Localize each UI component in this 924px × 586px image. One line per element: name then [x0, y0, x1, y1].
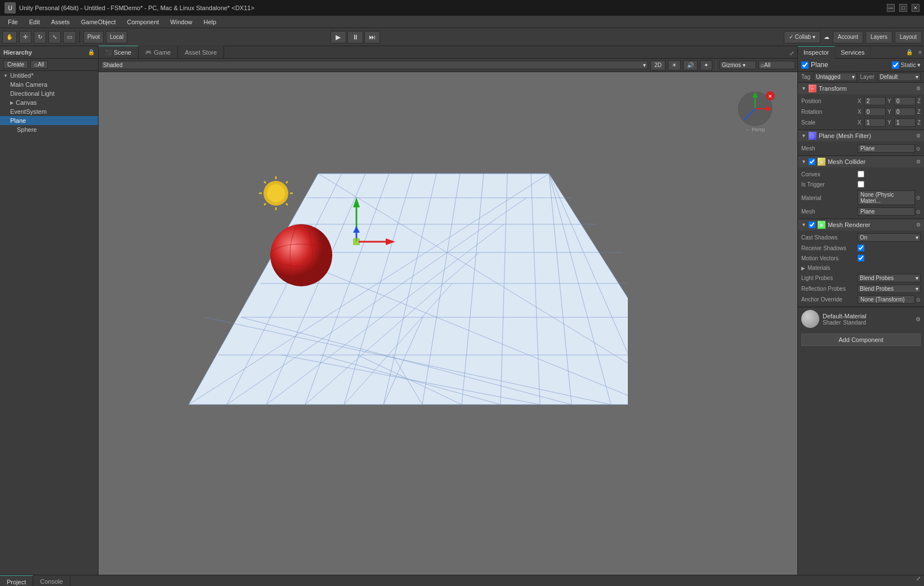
- hier-item-sphere[interactable]: Sphere: [0, 125, 98, 134]
- scale-y[interactable]: [894, 118, 916, 127]
- anchor-override-value[interactable]: None (Transform): [858, 295, 915, 304]
- position-x[interactable]: [864, 97, 886, 105]
- rotation-x[interactable]: [864, 108, 886, 116]
- menu-help[interactable]: Help: [198, 17, 222, 26]
- hier-item-untitled[interactable]: ▼ Untitled*: [0, 71, 98, 80]
- static-checkbox[interactable]: [892, 61, 899, 69]
- shading-dropdown[interactable]: Shaded▾: [101, 61, 648, 69]
- mesh-renderer-header[interactable]: ▼ ▣ Mesh Renderer ⚙: [798, 219, 924, 230]
- hierarchy-create-button[interactable]: Create: [3, 60, 28, 69]
- add-component-button[interactable]: Add Component: [801, 334, 921, 346]
- tab-project[interactable]: Project: [0, 575, 33, 586]
- menu-file[interactable]: File: [2, 17, 24, 26]
- collab-button[interactable]: ✓ Collab ▾: [784, 31, 820, 43]
- material-settings-icon[interactable]: ⚙: [916, 316, 921, 322]
- position-y[interactable]: [894, 97, 916, 105]
- maximize-button[interactable]: □: [899, 4, 907, 12]
- hier-item-eventsystem[interactable]: EventSystem: [0, 107, 98, 116]
- material-target-icon[interactable]: ⊙: [916, 195, 921, 201]
- rotate-tool-button[interactable]: ↻: [34, 31, 46, 43]
- materials-arrow[interactable]: ▶: [801, 265, 805, 271]
- layers-dropdown[interactable]: Layers: [865, 31, 892, 43]
- tag-dropdown[interactable]: Untagged▾: [814, 73, 856, 81]
- mesh-target-icon[interactable]: ⊙: [916, 146, 921, 152]
- tab-scene[interactable]: ⬛ Scene: [99, 46, 139, 58]
- 2d-toggle[interactable]: 2D: [650, 60, 666, 70]
- transform-settings-icon[interactable]: ⚙: [916, 86, 921, 91]
- is-trigger-label: Is Trigger: [801, 181, 858, 188]
- play-button[interactable]: ▶: [331, 31, 346, 43]
- inspector-menu-icon[interactable]: ≡: [916, 49, 924, 55]
- light-probes-dropdown[interactable]: Blend Probes▾: [858, 274, 921, 282]
- hier-item-directional-light[interactable]: Directional Light: [0, 89, 98, 98]
- collider-mesh-label: Mesh: [801, 208, 858, 215]
- tab-services[interactable]: Services: [835, 46, 871, 59]
- mesh-collider-enabled[interactable]: [809, 158, 815, 165]
- menu-edit[interactable]: Edit: [24, 17, 46, 26]
- account-dropdown[interactable]: Account: [833, 31, 863, 43]
- cast-shadows-row: Cast Shadows On▾: [798, 232, 924, 243]
- hier-item-plane[interactable]: Plane: [0, 116, 98, 125]
- all-dropdown[interactable]: ⌂All: [758, 61, 795, 69]
- audio-toggle[interactable]: 🔊: [683, 60, 698, 70]
- motion-vectors-checkbox[interactable]: [858, 255, 864, 261]
- static-dropdown-icon[interactable]: ▾: [917, 61, 921, 69]
- sun-gizmo: [259, 176, 293, 210]
- tab-game[interactable]: 🎮 Game: [139, 46, 178, 58]
- layer-dropdown[interactable]: Default▾: [878, 73, 921, 81]
- convex-checkbox[interactable]: [858, 171, 864, 177]
- fx-toggle[interactable]: ✦: [700, 60, 712, 70]
- mesh-filter-settings-icon[interactable]: ⚙: [916, 133, 921, 139]
- collider-mesh-value[interactable]: Plane: [858, 207, 915, 216]
- reflection-probes-dropdown[interactable]: Blend Probes▾: [858, 285, 921, 293]
- tab-asset-store[interactable]: Asset Store: [178, 46, 224, 58]
- gizmos-dropdown[interactable]: Gizmos ▾: [720, 61, 756, 69]
- step-button[interactable]: ⏭: [364, 31, 380, 43]
- move-tool-button[interactable]: ✛: [19, 31, 32, 43]
- menu-assets[interactable]: Assets: [46, 17, 75, 26]
- material-value[interactable]: None (Physic Materi...: [858, 190, 915, 205]
- mesh-filter-header[interactable]: ▼ ⬡ Plane (Mesh Filter) ⚙: [798, 130, 924, 141]
- inspector-lock-icon[interactable]: 🔒: [903, 49, 916, 55]
- scale-row: Scale X Y Z: [798, 117, 924, 128]
- rect-tool-button[interactable]: ▭: [63, 31, 76, 43]
- rotation-y[interactable]: [894, 108, 916, 116]
- hier-item-canvas[interactable]: ▶ Canvas: [0, 98, 98, 107]
- pause-button[interactable]: ⏸: [347, 31, 363, 43]
- menu-gameobject[interactable]: GameObject: [75, 17, 122, 26]
- minimize-button[interactable]: —: [887, 4, 895, 12]
- scene-view[interactable]: ✕ ← Persp: [99, 72, 797, 575]
- menu-window[interactable]: Window: [164, 17, 198, 26]
- hier-item-main-camera[interactable]: Main Camera: [0, 80, 98, 89]
- menu-component[interactable]: Component: [121, 17, 164, 26]
- transform-header[interactable]: ▼ ↔ Transform ⚙: [798, 83, 924, 94]
- close-button[interactable]: ✕: [912, 4, 919, 12]
- collider-mesh-target-icon[interactable]: ⊙: [916, 209, 921, 215]
- hand-tool-button[interactable]: ✋: [2, 31, 17, 43]
- mesh-collider-settings-icon[interactable]: ⚙: [916, 159, 921, 165]
- cast-shadows-dropdown[interactable]: On▾: [858, 233, 921, 242]
- tab-inspector[interactable]: Inspector: [798, 46, 835, 59]
- anchor-target-icon[interactable]: ⊙: [916, 297, 921, 303]
- mesh-renderer-body: Cast Shadows On▾ Receive Shadows Motion …: [798, 230, 924, 307]
- svg-point-40: [267, 184, 285, 202]
- is-trigger-checkbox[interactable]: [858, 181, 864, 188]
- mesh-collider-header[interactable]: ▼ ◈ Mesh Collider ⚙: [798, 156, 924, 167]
- mesh-renderer-enabled[interactable]: [809, 221, 815, 228]
- material-preview: Default-Material Shader Standard ⚙: [798, 307, 924, 330]
- pivot-button[interactable]: Pivot: [83, 31, 104, 43]
- lighting-toggle[interactable]: ☀: [668, 60, 681, 70]
- scale-tool-button[interactable]: ⤡: [48, 31, 61, 43]
- hierarchy-all-button[interactable]: ⌂All: [30, 60, 48, 69]
- mesh-value[interactable]: Plane: [858, 144, 915, 153]
- object-enabled-checkbox[interactable]: [801, 61, 809, 69]
- bottom-maximize-icon[interactable]: ⤢: [913, 575, 924, 586]
- layout-dropdown[interactable]: Layout: [895, 31, 922, 43]
- rotation-label: Rotation: [801, 109, 858, 115]
- receive-shadows-checkbox[interactable]: [858, 245, 864, 251]
- scene-maximize-icon[interactable]: ⤢: [786, 48, 797, 58]
- scale-x[interactable]: [864, 118, 886, 127]
- tab-console[interactable]: Console: [33, 575, 70, 586]
- local-button[interactable]: Local: [106, 31, 127, 43]
- mesh-renderer-settings-icon[interactable]: ⚙: [916, 222, 921, 228]
